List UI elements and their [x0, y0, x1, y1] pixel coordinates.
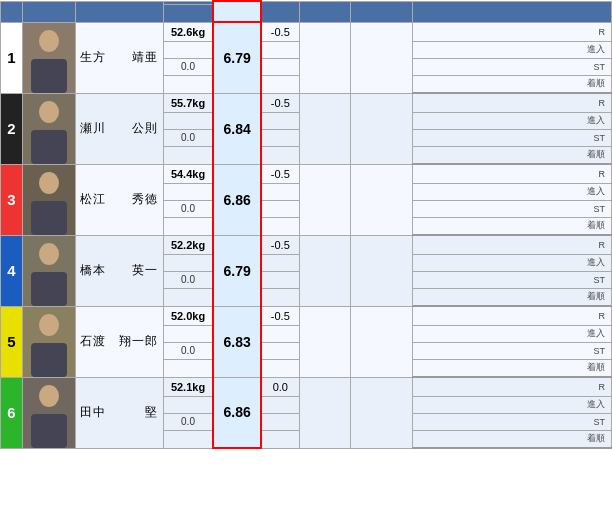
parts-exchange-cell [351, 377, 413, 448]
display-time-cell: 6.79 [213, 22, 261, 93]
weight-main-cell: 52.6kg [163, 22, 213, 41]
waku-cell: 4 [1, 235, 23, 306]
tilt-empty3-cell [261, 359, 299, 377]
svg-rect-2 [31, 59, 67, 93]
photo-cell [22, 377, 75, 448]
parts-exchange-cell [351, 235, 413, 306]
main-header-row [1, 1, 612, 4]
past-rank-cell: 着順 [412, 359, 611, 377]
tilt-cell: -0.5 [261, 93, 299, 112]
propeller-cell [299, 235, 351, 306]
weight-main-cell: 54.4kg [163, 164, 213, 183]
tilt-empty-cell [261, 325, 299, 342]
weight-empty2-cell [163, 359, 213, 377]
past-enter-cell: 進入 [412, 183, 611, 200]
past-enter-cell: 進入 [412, 325, 611, 342]
parts-exchange-cell [351, 164, 413, 235]
tilt-cell: -0.5 [261, 164, 299, 183]
header-display-time [213, 1, 261, 22]
weight-empty-cell [163, 112, 213, 129]
display-time-cell: 6.86 [213, 164, 261, 235]
past-enter-cell: 進入 [412, 254, 611, 271]
weight-main-cell: 55.7kg [163, 93, 213, 112]
past-R-cell: R [412, 22, 611, 41]
photo-cell [22, 164, 75, 235]
tilt-empty2-cell [261, 342, 299, 359]
weight-empty2-cell [163, 217, 213, 235]
tilt-empty2-cell [261, 58, 299, 75]
weight-empty-cell [163, 325, 213, 342]
past-ST-cell: ST [412, 200, 611, 217]
tilt-empty-cell [261, 41, 299, 58]
svg-point-1 [39, 30, 59, 52]
past-enter-cell: 進入 [412, 41, 611, 58]
svg-point-13 [39, 314, 59, 336]
past-rank-cell: 着順 [412, 288, 611, 306]
weight-empty2-cell [163, 75, 213, 93]
past-enter-cell: 進入 [412, 396, 611, 413]
weight-empty-cell [163, 41, 213, 58]
weight-adj-cell: 0.0 [163, 342, 213, 359]
weight-adj-cell: 0.0 [163, 58, 213, 75]
parts-exchange-cell [351, 306, 413, 377]
weight-adj-cell: 0.0 [163, 129, 213, 146]
svg-rect-14 [31, 343, 67, 377]
weight-main-cell: 52.0kg [163, 306, 213, 325]
header-racer [75, 1, 163, 22]
past-rank-cell: 着順 [412, 146, 611, 164]
svg-rect-5 [31, 130, 67, 164]
tilt-empty-cell [261, 183, 299, 200]
display-time-cell: 6.86 [213, 377, 261, 448]
svg-point-10 [39, 243, 59, 265]
racer-name-cell: 生方 靖亜 [75, 22, 163, 93]
photo-cell [22, 93, 75, 164]
past-rank-cell: 着順 [412, 217, 611, 235]
past-R-cell: R [412, 377, 611, 396]
weight-empty2-cell [163, 288, 213, 306]
waku-cell: 1 [1, 22, 23, 93]
weight-empty2-cell [163, 430, 213, 448]
propeller-cell [299, 22, 351, 93]
past-ST-cell: ST [412, 129, 611, 146]
past-ST-cell: ST [412, 342, 611, 359]
weight-empty2-cell [163, 146, 213, 164]
svg-point-16 [39, 385, 59, 407]
tilt-empty2-cell [261, 271, 299, 288]
header-waku [1, 1, 23, 22]
tilt-empty3-cell [261, 288, 299, 306]
header-tilt [261, 1, 299, 22]
svg-point-4 [39, 101, 59, 123]
past-rank-cell: 着順 [412, 75, 611, 93]
waku-cell: 2 [1, 93, 23, 164]
tilt-empty2-cell [261, 413, 299, 430]
waku-cell: 6 [1, 377, 23, 448]
racer-name-cell: 瀬川 公則 [75, 93, 163, 164]
propeller-cell [299, 306, 351, 377]
tilt-empty-cell [261, 254, 299, 271]
racer-name-cell: 橋本 英一 [75, 235, 163, 306]
tilt-empty3-cell [261, 146, 299, 164]
display-time-cell: 6.84 [213, 93, 261, 164]
waku-cell: 3 [1, 164, 23, 235]
tilt-cell: 0.0 [261, 377, 299, 396]
header-past-results [412, 1, 611, 22]
past-R-cell: R [412, 306, 611, 325]
display-time-cell: 6.83 [213, 306, 261, 377]
tilt-cell: -0.5 [261, 235, 299, 254]
racer-name-cell: 田中 堅 [75, 377, 163, 448]
weight-adj-cell: 0.0 [163, 413, 213, 430]
propeller-cell [299, 164, 351, 235]
past-R-cell: R [412, 235, 611, 254]
racer-name-cell: 松江 秀徳 [75, 164, 163, 235]
table-row: 3 松江 秀徳54.4kg6.86-0.5R [1, 164, 612, 183]
tilt-empty-cell [261, 112, 299, 129]
table-row: 1 生方 靖亜52.6kg6.79-0.5R [1, 22, 612, 41]
past-R-cell: R [412, 164, 611, 183]
photo-cell [22, 22, 75, 93]
weight-adj-cell: 0.0 [163, 200, 213, 217]
display-time-cell: 6.79 [213, 235, 261, 306]
table-row: 5 石渡 翔一郎52.0kg6.83-0.5R [1, 306, 612, 325]
table-row: 6 田中 堅52.1kg6.860.0R [1, 377, 612, 396]
waku-cell: 5 [1, 306, 23, 377]
svg-rect-17 [31, 414, 67, 448]
